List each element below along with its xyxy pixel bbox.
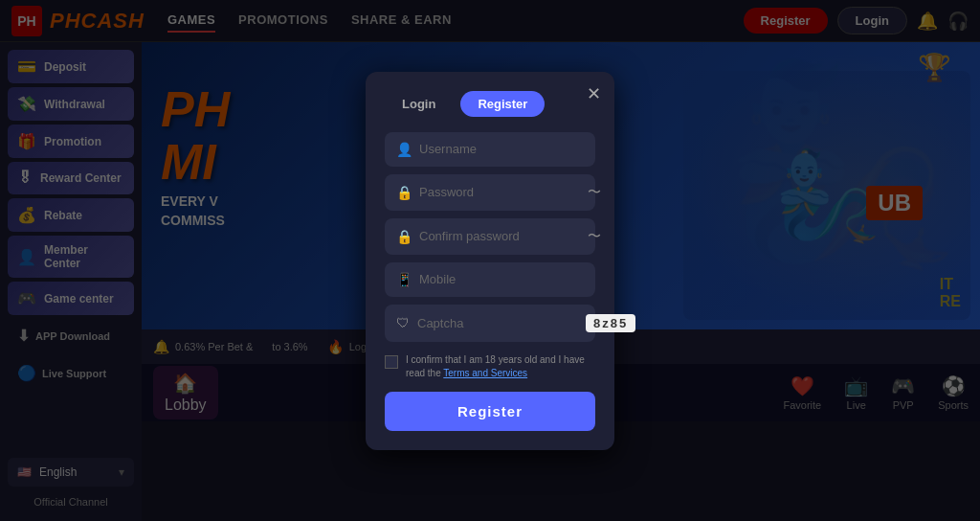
mobile-icon: 📱 [396,272,412,287]
lock-icon: 🔒 [396,185,412,200]
lock-confirm-icon: 🔒 [396,229,412,244]
mobile-field: 📱 [385,262,595,297]
terms-section: I confirm that I am 18 years old and I h… [385,353,595,380]
tab-login[interactable]: Login [385,91,453,117]
confirm-password-field: 🔒 〜 [385,218,595,255]
modal-register-button[interactable]: Register [385,392,595,431]
modal-tabs: Login Register [385,91,595,117]
close-icon[interactable]: ✕ [587,83,601,104]
confirm-eye-toggle-icon[interactable]: 〜 [588,228,601,245]
register-modal: ✕ Login Register 👤 🔒 〜 🔒 〜 📱 [366,72,614,450]
tab-register[interactable]: Register [460,91,545,117]
modal-overlay[interactable]: ✕ Login Register 👤 🔒 〜 🔒 〜 📱 [0,0,980,521]
username-input[interactable] [419,142,584,156]
username-field: 👤 [385,132,595,167]
user-icon: 👤 [396,142,412,157]
captcha-field: 🛡 8z85 [385,305,595,342]
password-field: 🔒 〜 [385,174,595,211]
terms-checkbox[interactable] [385,355,398,369]
mobile-input[interactable] [419,272,584,286]
password-input[interactable] [419,185,580,199]
terms-text: I confirm that I am 18 years old and I h… [406,353,595,380]
confirm-password-input[interactable] [419,229,580,243]
captcha-image: 8z85 [586,314,635,332]
captcha-shield-icon: 🛡 [396,315,410,330]
captcha-input[interactable] [417,316,578,330]
terms-link[interactable]: Terms and Services [443,368,527,378]
eye-toggle-icon[interactable]: 〜 [588,184,601,201]
